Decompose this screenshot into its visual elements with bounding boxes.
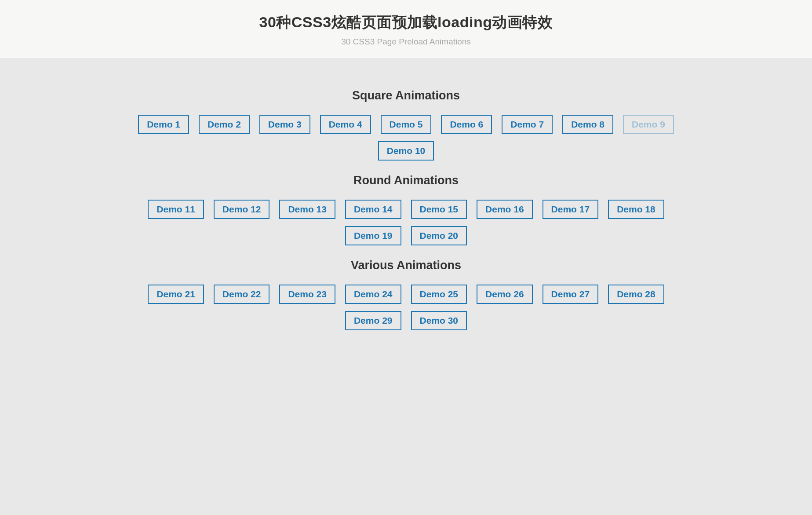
demo-button[interactable]: Demo 16	[477, 200, 533, 219]
demo-button[interactable]: Demo 27	[543, 285, 599, 304]
demo-button[interactable]: Demo 22	[214, 285, 270, 304]
demo-button[interactable]: Demo 20	[411, 226, 467, 245]
section-heading: Various Animations	[18, 259, 794, 272]
demo-button[interactable]: Demo 18	[608, 200, 664, 219]
demo-button[interactable]: Demo 2	[199, 115, 250, 134]
demo-button[interactable]: Demo 13	[279, 200, 335, 219]
demo-button[interactable]: Demo 24	[345, 285, 401, 304]
page-subtitle: 30 CSS3 Page Preload Animations	[9, 37, 803, 47]
demo-button[interactable]: Demo 5	[381, 115, 432, 134]
demo-button[interactable]: Demo 15	[411, 200, 467, 219]
demo-button[interactable]: Demo 8	[562, 115, 613, 134]
section-heading: Round Animations	[18, 174, 794, 187]
page-header: 30种CSS3炫酷页面预加载loading动画特效 30 CSS3 Page P…	[0, 0, 812, 58]
demo-button[interactable]: Demo 6	[441, 115, 492, 134]
demo-button[interactable]: Demo 11	[148, 200, 204, 219]
page-title: 30种CSS3炫酷页面预加载loading动画特效	[9, 12, 803, 33]
demo-button[interactable]: Demo 23	[279, 285, 335, 304]
demo-button[interactable]: Demo 9	[623, 115, 674, 134]
demo-button[interactable]: Demo 17	[543, 200, 599, 219]
demo-button[interactable]: Demo 4	[320, 115, 371, 134]
demo-button[interactable]: Demo 30	[411, 311, 467, 330]
demo-button[interactable]: Demo 25	[411, 285, 467, 304]
demo-button[interactable]: Demo 21	[148, 285, 204, 304]
demo-button[interactable]: Demo 7	[502, 115, 553, 134]
demo-button[interactable]: Demo 1	[138, 115, 189, 134]
demo-list-various: Demo 21 Demo 22 Demo 23 Demo 24 Demo 25 …	[129, 285, 683, 330]
page-content: Square Animations Demo 1 Demo 2 Demo 3 D…	[0, 58, 812, 379]
demo-button[interactable]: Demo 14	[345, 200, 401, 219]
section-square-animations: Square Animations Demo 1 Demo 2 Demo 3 D…	[18, 89, 794, 161]
demo-button[interactable]: Demo 3	[259, 115, 310, 134]
demo-list-round: Demo 11 Demo 12 Demo 13 Demo 14 Demo 15 …	[129, 200, 683, 245]
demo-button[interactable]: Demo 12	[214, 200, 270, 219]
demo-button[interactable]: Demo 29	[345, 311, 401, 330]
demo-list-square: Demo 1 Demo 2 Demo 3 Demo 4 Demo 5 Demo …	[129, 115, 683, 161]
section-round-animations: Round Animations Demo 11 Demo 12 Demo 13…	[18, 174, 794, 245]
demo-button[interactable]: Demo 26	[477, 285, 533, 304]
section-heading: Square Animations	[18, 89, 794, 102]
demo-button[interactable]: Demo 28	[608, 285, 664, 304]
demo-button[interactable]: Demo 10	[378, 141, 434, 161]
section-various-animations: Various Animations Demo 21 Demo 22 Demo …	[18, 259, 794, 330]
demo-button[interactable]: Demo 19	[345, 226, 401, 245]
